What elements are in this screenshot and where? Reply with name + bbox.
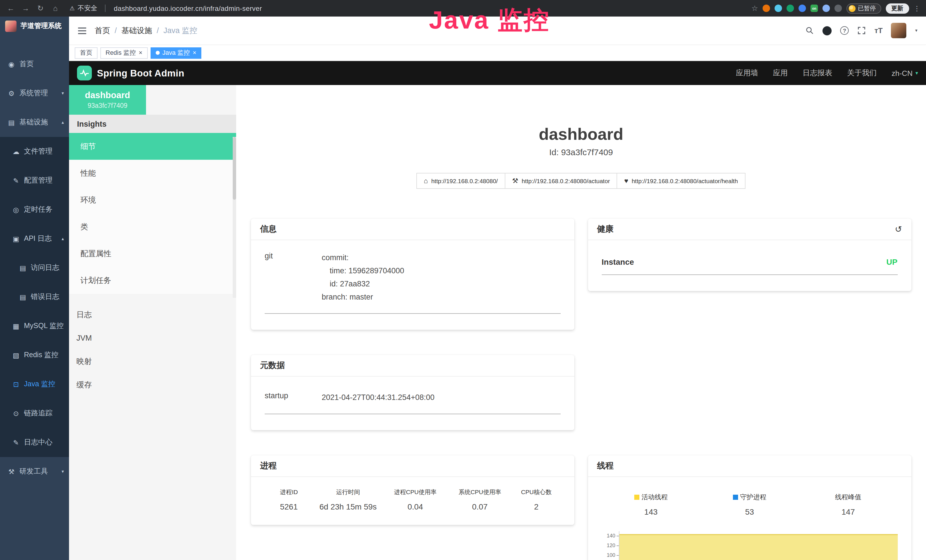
sba-nav-about[interactable]: 关于我们 bbox=[847, 68, 877, 78]
bookmark-star-icon[interactable]: ☆ bbox=[752, 4, 758, 12]
smiley-avatar-icon bbox=[849, 5, 856, 12]
screen: ← → ↻ ⌂ ⚠ 不安全 dashboard.yudao.iocoder.cn… bbox=[0, 0, 926, 560]
sba-header: Spring Boot Admin 应用墙 应用 日志报表 关于我们 zh-CN… bbox=[69, 61, 926, 85]
profile-paused-badge[interactable]: 已暂停 bbox=[846, 3, 881, 14]
breadcrumb: 首页 / 基础设施 / Java 监控 bbox=[95, 26, 197, 36]
sba-item-performance[interactable]: 性能 bbox=[69, 160, 236, 186]
instance-link-root[interactable]: ⌂ http://192.168.0.2:48080/ bbox=[416, 173, 505, 189]
home-icon[interactable]: ⌂ bbox=[50, 4, 61, 12]
tab-redis[interactable]: Redis 监控 × bbox=[100, 47, 147, 59]
sba-nav-applications[interactable]: 应用 bbox=[773, 68, 788, 78]
peak-threads-value: 147 bbox=[799, 507, 897, 516]
gear-icon: ⚙ bbox=[7, 89, 16, 97]
sidebar-item-file[interactable]: ☁ 文件管理 bbox=[0, 137, 69, 166]
sba-item-environment[interactable]: 环境 bbox=[69, 186, 236, 213]
sidebar-item-access-log[interactable]: ▤ 访问日志 bbox=[0, 253, 69, 282]
instance-name: dashboard bbox=[73, 90, 142, 100]
sidebar-item-api-log[interactable]: ▣ API 日志 ▴ bbox=[0, 224, 69, 253]
instance-box[interactable]: dashboard 93a3fc7f7409 bbox=[69, 85, 146, 115]
instance-link-health[interactable]: ♥ http://192.168.0.2:48080/actuator/heal… bbox=[617, 173, 746, 189]
sidebar-item-job[interactable]: ◎ 定时任务 bbox=[0, 195, 69, 224]
info-key: git bbox=[265, 251, 322, 304]
sidebar-item-redis[interactable]: ▧ Redis 监控 bbox=[0, 341, 69, 370]
update-button[interactable]: 更新 bbox=[885, 3, 909, 14]
sba-nav-wallboard[interactable]: 应用墙 bbox=[736, 68, 758, 78]
history-icon[interactable]: ↺ bbox=[895, 224, 902, 234]
sba-logo-icon[interactable] bbox=[77, 66, 92, 80]
sidebar-item-java[interactable]: ⊡ Java 监控 bbox=[0, 370, 69, 399]
extension-icon[interactable] bbox=[799, 5, 806, 12]
sba-item-scheduled-tasks[interactable]: 计划任务 bbox=[69, 267, 236, 294]
health-card: 健康 ↺ Instance UP bbox=[588, 218, 911, 291]
extension-icon[interactable] bbox=[834, 5, 842, 12]
sidebar-item-home[interactable]: ◉ 首页 bbox=[0, 50, 69, 79]
chevron-down-icon: ▾ bbox=[62, 91, 64, 96]
close-icon[interactable]: × bbox=[193, 50, 197, 56]
extension-icon[interactable] bbox=[823, 5, 830, 12]
doc-icon: ▤ bbox=[18, 293, 27, 301]
sidebar-item-label: 系统管理 bbox=[20, 88, 48, 98]
logo-avatar bbox=[5, 20, 17, 32]
github-icon[interactable] bbox=[823, 26, 832, 35]
font-size-icon[interactable]: тT bbox=[875, 26, 883, 35]
live-threads-area bbox=[619, 534, 898, 560]
tab-label: 首页 bbox=[80, 48, 92, 57]
close-icon[interactable]: × bbox=[139, 50, 142, 56]
wrench-icon: ⚒ bbox=[512, 177, 519, 185]
sidebar-item-infra[interactable]: ▤ 基础设施 ▴ bbox=[0, 108, 69, 137]
back-icon[interactable]: ← bbox=[6, 4, 16, 12]
sba-item-details[interactable]: 细节 bbox=[69, 133, 236, 160]
tab-home[interactable]: 首页 bbox=[75, 47, 98, 59]
link-url: http://192.168.0.2:48080/ bbox=[431, 177, 498, 184]
search-icon[interactable] bbox=[805, 26, 814, 35]
hamburger-icon[interactable] bbox=[77, 26, 87, 35]
chevron-down-icon[interactable]: ▾ bbox=[915, 28, 917, 33]
fullscreen-icon[interactable] bbox=[857, 26, 866, 35]
extension-icon[interactable] bbox=[775, 5, 782, 12]
tab-java[interactable]: Java 监控 × bbox=[150, 47, 201, 59]
breadcrumb-home[interactable]: 首页 bbox=[95, 26, 110, 36]
sba-item-caches[interactable]: 缓存 bbox=[69, 373, 236, 397]
monitor-icon: ▤ bbox=[7, 118, 16, 126]
cloud-icon: ☁ bbox=[11, 147, 21, 156]
extension-icon[interactable] bbox=[787, 5, 794, 12]
sidebar-item-label: 首页 bbox=[20, 59, 34, 69]
sba-item-classes[interactable]: 类 bbox=[69, 213, 236, 240]
sba-item-logs[interactable]: 日志 bbox=[69, 303, 236, 326]
extension-icon[interactable]: on bbox=[811, 5, 818, 12]
language-select[interactable]: zh-CN ▾ bbox=[891, 69, 918, 77]
sidebar-item-config[interactable]: ✎ 配置管理 bbox=[0, 166, 69, 195]
sidebar-item-log-center[interactable]: ✎ 日志中心 bbox=[0, 428, 69, 457]
sba-item-config-props[interactable]: 配置属性 bbox=[69, 240, 236, 267]
tab-bar: 首页 Redis 监控 × Java 监控 × bbox=[69, 45, 926, 61]
forward-icon[interactable]: → bbox=[21, 4, 31, 12]
refresh-icon[interactable]: ↻ bbox=[35, 4, 45, 12]
address-bar[interactable]: dashboard.yudao.iocoder.cn/infra/admin-s… bbox=[114, 4, 262, 12]
help-icon[interactable]: ? bbox=[840, 26, 849, 35]
sba-brand[interactable]: Spring Boot Admin bbox=[97, 68, 184, 79]
breadcrumb-infra[interactable]: 基础设施 bbox=[121, 26, 152, 36]
sba-item-jvm[interactable]: JVM bbox=[69, 326, 236, 350]
instance-link-actuator[interactable]: ⚒ http://192.168.0.2:48080/actuator bbox=[505, 173, 617, 189]
system-cpu-value: 0.07 bbox=[448, 502, 512, 511]
sidebar-item-tracing[interactable]: ⊙ 链路追踪 bbox=[0, 399, 69, 428]
update-label: 更新 bbox=[891, 4, 903, 12]
scrollbar[interactable] bbox=[233, 137, 236, 298]
active-dot-icon bbox=[156, 51, 159, 55]
warning-icon: ⚠ bbox=[70, 5, 75, 11]
status-badge: UP bbox=[887, 257, 897, 266]
sba-item-mappings[interactable]: 映射 bbox=[69, 350, 236, 373]
threads-card: 线程 活动线程 14 bbox=[588, 455, 911, 560]
sidebar-item-error-log[interactable]: ▤ 错误日志 bbox=[0, 282, 69, 312]
sidebar-item-system[interactable]: ⚙ 系统管理 ▾ bbox=[0, 79, 69, 108]
sidebar-item-mysql[interactable]: ▦ MySQL 监控 bbox=[0, 312, 69, 341]
extension-icon[interactable] bbox=[763, 5, 770, 12]
site-security[interactable]: ⚠ 不安全 bbox=[70, 4, 97, 12]
sba-nav-journal[interactable]: 日志报表 bbox=[802, 68, 832, 78]
chevron-up-icon: ▴ bbox=[62, 236, 64, 241]
sidebar-item-devtools[interactable]: ⚒ 研发工具 ▾ bbox=[0, 457, 69, 486]
metadata-card: 元数据 startup 2021-04-27T00:44:31.254+08:0… bbox=[251, 355, 574, 430]
avatar[interactable] bbox=[891, 23, 906, 38]
browser-menu-icon[interactable]: ⋮ bbox=[914, 4, 920, 12]
scrollbar-thumb[interactable] bbox=[233, 137, 236, 200]
